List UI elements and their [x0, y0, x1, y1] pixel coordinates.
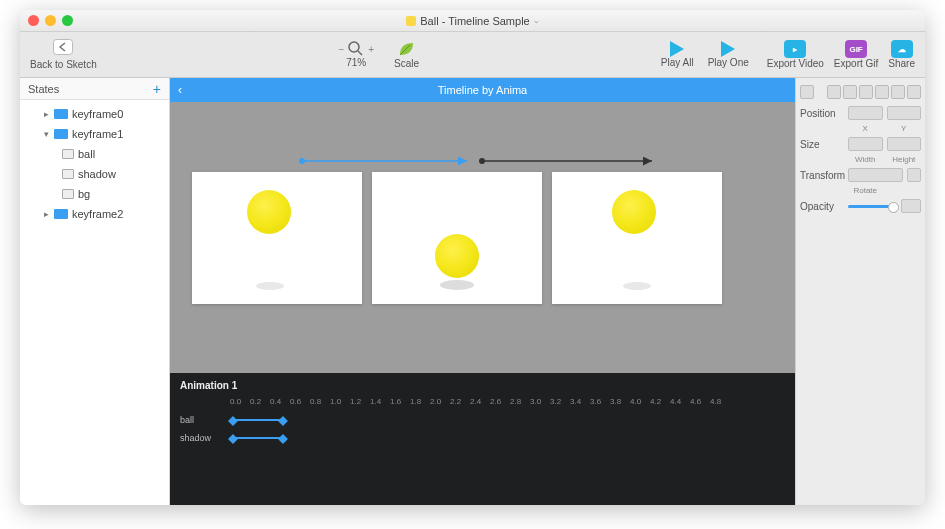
play-icon — [721, 41, 735, 57]
tick-label: 2.2 — [450, 397, 470, 411]
add-state-button[interactable]: + — [153, 81, 161, 97]
keyframe-previews — [192, 172, 722, 304]
magnifier-icon — [348, 41, 364, 57]
titlebar: Ball - Timeline Sample ⌵ — [20, 10, 925, 32]
align-button[interactable] — [907, 85, 921, 99]
tick-label: 1.2 — [350, 397, 370, 411]
play-icon — [670, 41, 684, 57]
tick-label: 2.0 — [430, 397, 450, 411]
track-shadow[interactable]: shadow — [170, 429, 795, 447]
tick-label: 2.6 — [490, 397, 510, 411]
rotate-field[interactable] — [848, 168, 903, 182]
export-gif-button[interactable]: GIF Export Gif — [834, 40, 878, 69]
align-button[interactable] — [859, 85, 873, 99]
svg-rect-0 — [54, 40, 73, 55]
export-video-button[interactable]: ▸ Export Video — [767, 40, 824, 69]
align-button[interactable] — [891, 85, 905, 99]
zoom-control[interactable]: − + 71% — [338, 41, 374, 68]
keyframe-preview[interactable] — [552, 172, 722, 304]
tick-label: 4.6 — [690, 397, 710, 411]
tick-label: 0.6 — [290, 397, 310, 411]
play-all-button[interactable]: Play All — [661, 41, 694, 68]
tick-label: 2.8 — [510, 397, 530, 411]
window-title: Ball - Timeline Sample ⌵ — [20, 15, 925, 27]
shadow-graphic — [623, 282, 651, 290]
tree-label: shadow — [78, 168, 116, 180]
tick-label: 0.4 — [270, 397, 290, 411]
track-label: ball — [170, 415, 230, 425]
width-field[interactable] — [848, 137, 883, 151]
keyframe-preview[interactable] — [192, 172, 362, 304]
tree-item-keyframe1[interactable]: ▾keyframe1 — [20, 124, 169, 144]
timeline-header: ‹ Timeline by Anima — [170, 78, 795, 102]
states-tree: ▸keyframe0 ▾keyframe1 ball shadow bg ▸ke… — [20, 100, 169, 505]
position-row: Position — [800, 106, 921, 120]
folder-icon — [54, 209, 68, 219]
back-button[interactable]: Back to Sketch — [30, 39, 97, 70]
dropdown-caret-icon[interactable]: ⌵ — [534, 16, 539, 25]
export-gif-label: Export Gif — [834, 58, 878, 69]
tick-label: 0.8 — [310, 397, 330, 411]
size-label: Size — [800, 139, 844, 150]
opacity-field[interactable] — [901, 199, 921, 213]
gif-icon: GIF — [845, 40, 867, 58]
timeline-title: Timeline by Anima — [438, 84, 527, 96]
chevron-down-icon[interactable]: ▾ — [42, 129, 50, 139]
tick-label: 3.4 — [570, 397, 590, 411]
play-one-button[interactable]: Play One — [708, 41, 749, 68]
export-video-label: Export Video — [767, 58, 824, 69]
states-header: States + — [20, 78, 169, 100]
zoom-out-icon[interactable]: − — [338, 44, 344, 55]
tick-label: 3.2 — [550, 397, 570, 411]
x-field[interactable] — [848, 106, 883, 120]
track-label: shadow — [170, 433, 230, 443]
align-button[interactable] — [875, 85, 889, 99]
tree-label: bg — [78, 188, 90, 200]
tick-label: 3.6 — [590, 397, 610, 411]
rotate-sublabel: Rotate — [848, 186, 883, 195]
align-button[interactable] — [843, 85, 857, 99]
tick-label: 1.4 — [370, 397, 390, 411]
layer-icon — [62, 169, 74, 179]
layer-icon — [62, 149, 74, 159]
align-button[interactable] — [827, 85, 841, 99]
zoom-in-icon[interactable]: + — [368, 44, 374, 55]
content-area: States + ▸keyframe0 ▾keyframe1 ball shad… — [20, 78, 925, 505]
chevron-right-icon[interactable]: ▸ — [42, 109, 50, 119]
tick-label: 2.4 — [470, 397, 490, 411]
flip-button[interactable] — [907, 168, 921, 182]
tree-item-ball[interactable]: ball — [20, 144, 169, 164]
height-field[interactable] — [887, 137, 922, 151]
chevron-right-icon[interactable]: ▸ — [42, 209, 50, 219]
height-sublabel: Height — [887, 155, 922, 164]
svg-point-1 — [349, 42, 359, 52]
scale-tool[interactable]: Scale — [394, 40, 419, 69]
scale-label: Scale — [394, 58, 419, 69]
back-chevron-icon[interactable]: ‹ — [178, 83, 182, 97]
animation-title: Animation 1 — [170, 373, 795, 397]
transform-row: Transform — [800, 168, 921, 182]
states-title: States — [28, 83, 59, 95]
tree-item-keyframe2[interactable]: ▸keyframe2 — [20, 204, 169, 224]
canvas[interactable] — [170, 102, 795, 373]
keyframe-preview[interactable] — [372, 172, 542, 304]
main-area: ‹ Timeline by Anima — [170, 78, 795, 505]
track-ball[interactable]: ball — [170, 411, 795, 429]
close-icon[interactable] — [28, 15, 39, 26]
tree-item-shadow[interactable]: shadow — [20, 164, 169, 184]
minimize-icon[interactable] — [45, 15, 56, 26]
toolbar: Back to Sketch − + 71% Scale Play All Pl… — [20, 32, 925, 78]
animation-panel: Animation 1 0.00.20.40.60.81.01.21.41.61… — [170, 373, 795, 505]
zoom-value: 71% — [346, 57, 366, 68]
tree-item-bg[interactable]: bg — [20, 184, 169, 204]
share-button[interactable]: ☁ Share — [888, 40, 915, 69]
tree-item-keyframe0[interactable]: ▸keyframe0 — [20, 104, 169, 124]
y-field[interactable] — [887, 106, 922, 120]
fullscreen-icon[interactable] — [62, 15, 73, 26]
align-button[interactable] — [800, 85, 814, 99]
tick-label: 4.4 — [670, 397, 690, 411]
width-sublabel: Width — [848, 155, 883, 164]
cloud-icon: ☁ — [891, 40, 913, 58]
opacity-slider[interactable] — [848, 205, 897, 208]
timeline-ruler[interactable]: 0.00.20.40.60.81.01.21.41.61.82.02.22.42… — [170, 397, 795, 411]
